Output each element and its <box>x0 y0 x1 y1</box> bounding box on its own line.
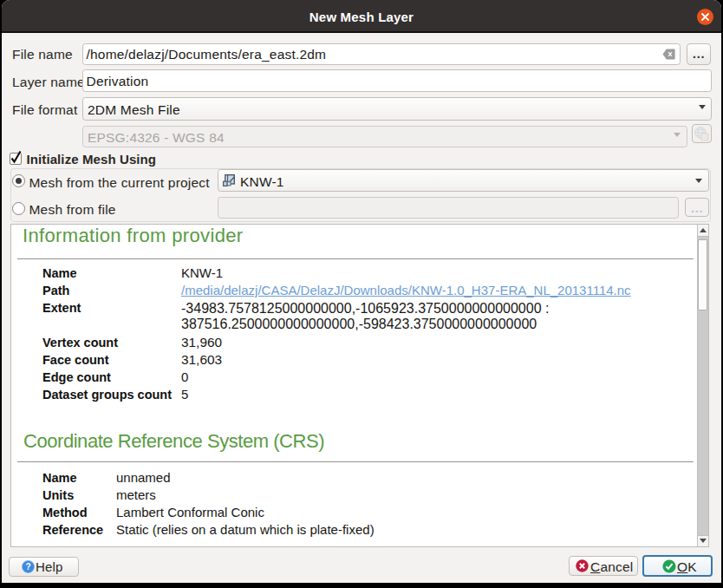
svg-text:?: ? <box>25 562 30 572</box>
